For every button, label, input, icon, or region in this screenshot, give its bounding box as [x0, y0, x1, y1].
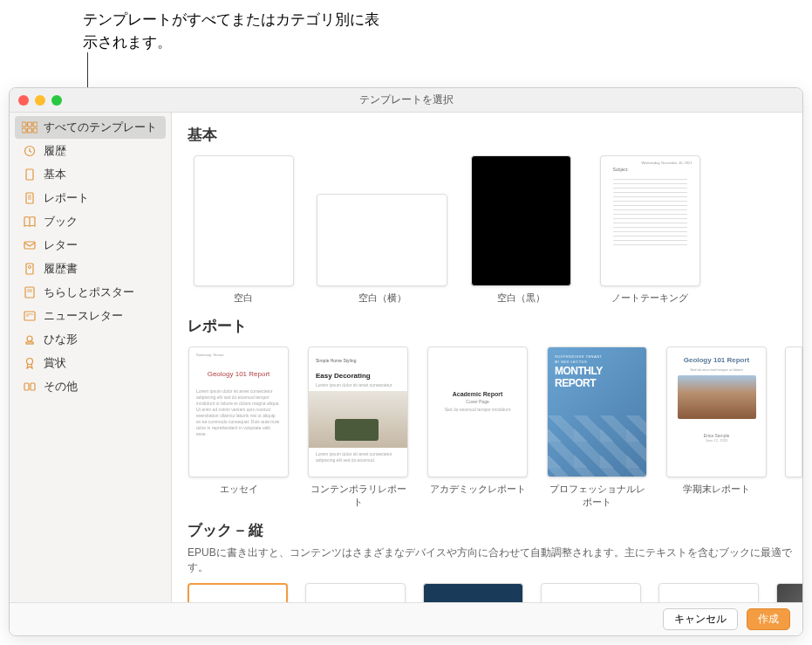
svg-rect-23 [24, 383, 29, 390]
svg-rect-16 [27, 289, 32, 292]
book-icon [22, 216, 38, 228]
sidebar-item-newsletter[interactable]: ニュースレター [15, 305, 166, 327]
template-book-1[interactable] [188, 583, 288, 602]
sidebar-item-label: 履歴 [44, 143, 66, 159]
template-thumb [317, 194, 447, 286]
sidebar-item-basic[interactable]: 基本 [15, 163, 166, 186]
template-essay[interactable]: Summary: Terrain Geology 101 Report Lore… [188, 347, 290, 508]
template-thumb: Geology 101 Report Sed do eius mod tempo… [666, 347, 767, 477]
sidebar: すべてのテンプレート 履歴 基本 レポート ブック レター [10, 113, 172, 602]
svg-rect-5 [33, 128, 38, 133]
svg-rect-24 [31, 383, 35, 390]
section-title-report: レポート [188, 316, 802, 336]
close-window-button[interactable] [18, 95, 29, 106]
titlebar: テンプレートを選択 [10, 88, 802, 113]
person-icon [22, 263, 38, 275]
svg-rect-17 [24, 312, 35, 320]
template-peek-next[interactable] [785, 347, 802, 508]
svg-rect-7 [26, 169, 33, 180]
template-thumb: Summary: Terrain Geology 101 Report Lore… [188, 347, 289, 477]
sidebar-item-book[interactable]: ブック [15, 210, 166, 233]
svg-rect-4 [28, 128, 32, 133]
template-contemporary-report[interactable]: Simple Home Styling Easy Decorating Lore… [307, 347, 409, 508]
template-label: アカデミックレポート [430, 483, 526, 495]
sidebar-item-letter[interactable]: レター [15, 234, 166, 257]
sidebar-item-report[interactable]: レポート [15, 187, 166, 209]
sidebar-item-stationery[interactable]: ひな形 [15, 328, 166, 351]
sidebar-item-label: ニュースレター [44, 308, 123, 324]
svg-rect-12 [24, 242, 35, 249]
envelope-icon [22, 239, 38, 251]
sidebar-item-resume[interactable]: 履歴書 [15, 257, 166, 280]
template-label: コンテンポラリレポート [307, 483, 409, 508]
svg-point-20 [27, 336, 32, 341]
template-blank-landscape[interactable]: 空白（横） [317, 155, 447, 304]
template-book-6[interactable] [776, 583, 802, 602]
template-row-basic: 空白 空白（横） 空白（黒） Wednesday, November 10, 2… [188, 155, 802, 304]
poster-icon [22, 286, 38, 298]
template-academic-report[interactable]: Academic Report Cover Page Sed do eiusmo… [426, 347, 529, 508]
content-area: 基本 空白 空白（横） 空白（黒） Wednesday, November 10… [172, 113, 802, 602]
template-label: プロフェッショナルレポート [546, 483, 648, 508]
create-button[interactable]: 作成 [747, 608, 790, 630]
sidebar-item-label: すべてのテンプレート [44, 120, 157, 135]
template-chooser-window: テンプレートを選択 すべてのテンプレート 履歴 基本 レポート [9, 87, 803, 636]
svg-rect-2 [33, 122, 38, 127]
sidebar-item-label: 基本 [44, 167, 66, 182]
section-title-basic: 基本 [188, 125, 802, 145]
template-thumb [785, 347, 802, 477]
callout-text: テンプレートがすべてまたはカテゴリ別に表示されます。 [83, 9, 379, 53]
sidebar-item-label: ひな形 [44, 332, 78, 347]
svg-rect-21 [26, 342, 33, 344]
template-label: 学期末レポート [683, 483, 750, 495]
sidebar-item-recents[interactable]: 履歴 [15, 140, 166, 162]
sidebar-item-label: 履歴書 [44, 261, 78, 277]
template-note-taking[interactable]: Wednesday, November 10, 2021 Subject: ノー… [594, 155, 706, 304]
template-blank[interactable]: 空白 [188, 155, 299, 304]
sidebar-item-all-templates[interactable]: すべてのテンプレート [15, 116, 166, 139]
template-thumb [194, 155, 294, 286]
sidebar-item-label: その他 [44, 379, 78, 395]
template-book-5[interactable] [658, 583, 759, 602]
zoom-window-button[interactable] [51, 95, 62, 106]
template-thumb: Wednesday, November 10, 2021 Subject: [600, 155, 700, 286]
ribbon-icon [22, 357, 38, 369]
svg-rect-0 [22, 122, 26, 127]
grid-icon [22, 121, 38, 134]
template-thumb: Academic Report Cover Page Sed do eiusmo… [427, 347, 528, 477]
template-thumb: Simple Home Styling Easy Decorating Lore… [308, 347, 408, 477]
clock-icon [22, 145, 38, 157]
svg-point-14 [29, 266, 31, 269]
minimize-window-button[interactable] [35, 95, 45, 106]
svg-rect-1 [28, 122, 32, 127]
template-row-book [188, 583, 802, 602]
template-label: ノートテーキング [611, 292, 688, 304]
svg-rect-8 [26, 193, 33, 203]
sidebar-item-label: ブック [44, 214, 78, 230]
template-label: 空白（黒） [497, 292, 545, 304]
template-book-2[interactable] [305, 583, 406, 602]
traffic-lights [10, 95, 62, 106]
template-label: 空白（横） [358, 292, 406, 304]
template-book-4[interactable] [541, 583, 641, 602]
sidebar-item-poster[interactable]: ちらしとポスター [15, 281, 166, 304]
sidebar-item-label: 賞状 [44, 355, 66, 371]
template-thumb: SUSPENDISSE TENANT MI SED LECTUS MONTHLY… [547, 347, 647, 477]
sidebar-item-certificate[interactable]: 賞状 [15, 352, 166, 374]
template-professional-report[interactable]: SUSPENDISSE TENANT MI SED LECTUS MONTHLY… [546, 347, 648, 508]
section-title-book: ブック – 縦 [188, 520, 802, 540]
template-row-report: Summary: Terrain Geology 101 Report Lore… [188, 347, 802, 508]
svg-point-22 [27, 359, 33, 365]
template-label: 空白 [234, 292, 253, 304]
doclines-icon [22, 192, 38, 204]
template-book-3[interactable] [423, 583, 523, 602]
svg-rect-3 [22, 128, 26, 133]
doc-icon [22, 168, 38, 181]
cancel-button[interactable]: キャンセル [663, 608, 738, 630]
sidebar-item-other[interactable]: その他 [15, 375, 166, 398]
section-desc-book: EPUBに書き出すと、コンテンツはさまざまなデバイスや方向に合わせて自動調整され… [188, 546, 802, 575]
misc-icon [22, 381, 38, 393]
template-blank-black[interactable]: 空白（黒） [465, 155, 577, 304]
template-label: エッセイ [220, 483, 258, 495]
template-term-report[interactable]: Geology 101 Report Sed do eius mod tempo… [665, 347, 768, 508]
